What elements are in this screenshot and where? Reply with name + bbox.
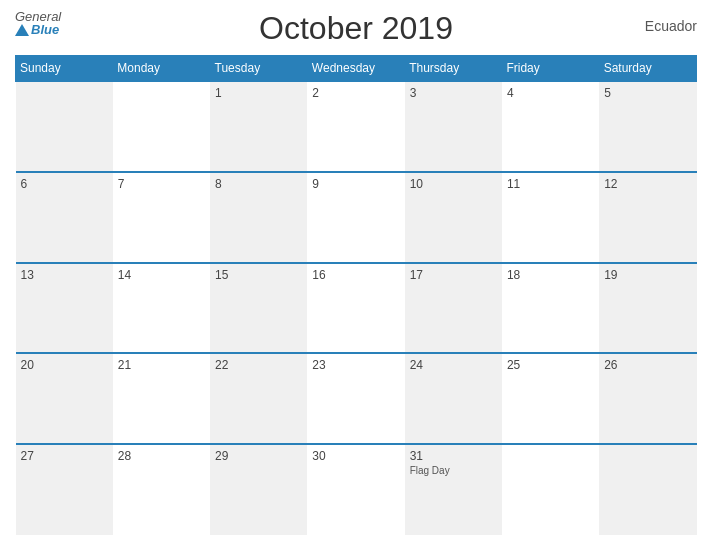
calendar-table: Sunday Monday Tuesday Wednesday Thursday…	[15, 55, 697, 535]
calendar-title: October 2019	[259, 10, 453, 47]
country-label: Ecuador	[645, 18, 697, 34]
logo: General Blue	[15, 10, 61, 36]
day-number: 17	[410, 268, 497, 282]
calendar-header: General Blue October 2019 Ecuador	[15, 10, 697, 47]
calendar-cell: 29	[210, 444, 307, 535]
calendar-cell: 18	[502, 263, 599, 354]
calendar-cell: 9	[307, 172, 404, 263]
day-number: 15	[215, 268, 302, 282]
calendar-cell: 27	[16, 444, 113, 535]
calendar-cell: 11	[502, 172, 599, 263]
calendar-cell: 23	[307, 353, 404, 444]
header-wednesday: Wednesday	[307, 56, 404, 82]
day-number: 9	[312, 177, 399, 191]
day-number: 23	[312, 358, 399, 372]
event-label: Flag Day	[410, 465, 497, 476]
calendar-cell: 6	[16, 172, 113, 263]
calendar-cell: 15	[210, 263, 307, 354]
calendar-cell: 22	[210, 353, 307, 444]
day-number: 4	[507, 86, 594, 100]
calendar-cell: 20	[16, 353, 113, 444]
calendar-cell: 1	[210, 81, 307, 172]
calendar-cell: 5	[599, 81, 696, 172]
logo-blue-text: Blue	[15, 23, 61, 36]
calendar-cell	[599, 444, 696, 535]
day-number: 25	[507, 358, 594, 372]
calendar-cell: 14	[113, 263, 210, 354]
calendar-cell: 17	[405, 263, 502, 354]
day-number: 27	[21, 449, 108, 463]
header-tuesday: Tuesday	[210, 56, 307, 82]
day-number: 11	[507, 177, 594, 191]
calendar-cell	[16, 81, 113, 172]
calendar-cell: 24	[405, 353, 502, 444]
calendar-cell: 7	[113, 172, 210, 263]
calendar-cell	[113, 81, 210, 172]
day-number: 12	[604, 177, 691, 191]
header-saturday: Saturday	[599, 56, 696, 82]
day-number: 18	[507, 268, 594, 282]
logo-triangle-icon	[15, 24, 29, 36]
calendar-cell: 3	[405, 81, 502, 172]
day-number: 10	[410, 177, 497, 191]
day-number: 8	[215, 177, 302, 191]
calendar-cell: 31Flag Day	[405, 444, 502, 535]
day-number: 28	[118, 449, 205, 463]
day-number: 5	[604, 86, 691, 100]
day-number: 24	[410, 358, 497, 372]
weekday-header-row: Sunday Monday Tuesday Wednesday Thursday…	[16, 56, 697, 82]
calendar-container: General Blue October 2019 Ecuador Sunday…	[0, 0, 712, 550]
calendar-cell: 4	[502, 81, 599, 172]
day-number: 21	[118, 358, 205, 372]
day-number: 19	[604, 268, 691, 282]
day-number: 14	[118, 268, 205, 282]
calendar-cell	[502, 444, 599, 535]
day-number: 6	[21, 177, 108, 191]
day-number: 7	[118, 177, 205, 191]
calendar-cell: 2	[307, 81, 404, 172]
day-number: 20	[21, 358, 108, 372]
day-number: 26	[604, 358, 691, 372]
calendar-cell: 19	[599, 263, 696, 354]
calendar-cell: 26	[599, 353, 696, 444]
calendar-cell: 21	[113, 353, 210, 444]
day-number: 16	[312, 268, 399, 282]
calendar-cell: 16	[307, 263, 404, 354]
calendar-cell: 30	[307, 444, 404, 535]
day-number: 31	[410, 449, 497, 463]
day-number: 2	[312, 86, 399, 100]
calendar-cell: 8	[210, 172, 307, 263]
day-number: 1	[215, 86, 302, 100]
header-monday: Monday	[113, 56, 210, 82]
day-number: 30	[312, 449, 399, 463]
calendar-cell: 13	[16, 263, 113, 354]
day-number: 13	[21, 268, 108, 282]
day-number: 29	[215, 449, 302, 463]
calendar-cell: 12	[599, 172, 696, 263]
day-number: 22	[215, 358, 302, 372]
week-row-1: 12345	[16, 81, 697, 172]
header-friday: Friday	[502, 56, 599, 82]
week-row-2: 6789101112	[16, 172, 697, 263]
calendar-cell: 28	[113, 444, 210, 535]
day-number: 3	[410, 86, 497, 100]
header-sunday: Sunday	[16, 56, 113, 82]
calendar-cell: 10	[405, 172, 502, 263]
week-row-5: 2728293031Flag Day	[16, 444, 697, 535]
calendar-cell: 25	[502, 353, 599, 444]
header-thursday: Thursday	[405, 56, 502, 82]
week-row-4: 20212223242526	[16, 353, 697, 444]
week-row-3: 13141516171819	[16, 263, 697, 354]
